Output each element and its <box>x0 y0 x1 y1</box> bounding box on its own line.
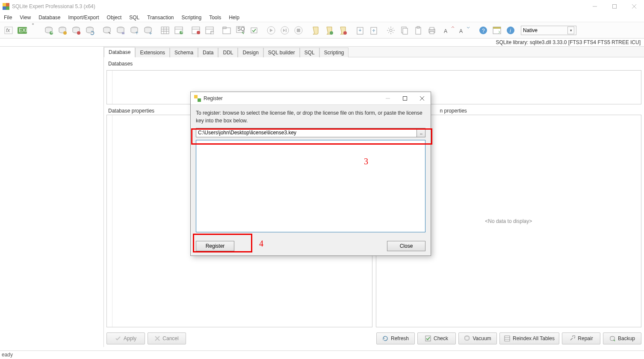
db-close-icon[interactable] <box>70 24 82 36</box>
refresh-button[interactable]: Refresh <box>376 332 415 344</box>
svg-point-36 <box>197 31 200 34</box>
menu-scripting[interactable]: Scripting <box>178 14 206 21</box>
step-icon[interactable] <box>279 24 291 36</box>
svg-rect-44 <box>251 28 257 33</box>
exit-icon[interactable]: EXIT <box>16 24 28 36</box>
statusbar: eady <box>0 350 644 359</box>
db-refresh-icon[interactable] <box>84 24 96 36</box>
register-dialog: Register To register: browse to select t… <box>190 92 431 256</box>
menu-view[interactable]: View <box>16 14 35 21</box>
svg-point-50 <box>330 31 333 35</box>
menu-transaction[interactable]: Transaction <box>143 14 177 21</box>
tab-extensions[interactable]: Extensions <box>135 47 170 57</box>
library-status: SQLite library: sqlite3.dll 3.33.0 [FTS3… <box>0 39 644 47</box>
svg-point-16 <box>63 31 67 35</box>
tab-database[interactable]: Database <box>104 47 135 57</box>
tab-scripting[interactable]: Scripting <box>319 47 349 57</box>
settings-icon[interactable] <box>385 24 397 36</box>
menu-import-export[interactable]: Import/Export <box>65 14 103 21</box>
menu-tools[interactable]: Tools <box>205 14 225 21</box>
tab-ddl[interactable]: DDL <box>218 47 238 57</box>
table-clear-icon[interactable] <box>204 24 216 36</box>
export-icon[interactable] <box>368 24 380 36</box>
license-path-input[interactable] <box>196 128 417 137</box>
toolbar-overflow-icon[interactable]: » <box>30 24 36 36</box>
svg-rect-80 <box>425 336 431 341</box>
sidebar <box>0 47 104 347</box>
info-icon[interactable]: i <box>505 24 517 36</box>
no-data-text: <No data to display> <box>485 218 532 224</box>
close-button[interactable] <box>624 0 644 13</box>
import-icon[interactable] <box>354 24 366 36</box>
menu-help[interactable]: Help <box>225 14 243 21</box>
script-icon[interactable] <box>310 24 322 36</box>
help-icon[interactable]: ? <box>477 24 489 36</box>
db-move-down-icon[interactable] <box>142 24 154 36</box>
svg-rect-0 <box>3 3 6 6</box>
script-new-icon[interactable] <box>323 24 335 36</box>
reindex-button[interactable]: Reindex All Tables <box>499 332 559 344</box>
backup-button[interactable]: Backup <box>603 332 641 344</box>
svg-point-18 <box>77 31 80 35</box>
svg-text:EXIT: EXIT <box>19 27 27 33</box>
print-icon[interactable] <box>426 24 438 36</box>
stop-icon[interactable] <box>292 24 304 36</box>
svg-rect-75 <box>493 27 501 29</box>
table-icon[interactable] <box>159 24 171 36</box>
tab-design[interactable]: Design <box>238 47 263 57</box>
svg-text:A: A <box>459 28 463 34</box>
script-run-icon[interactable] <box>337 24 349 36</box>
play-icon[interactable] <box>265 24 277 36</box>
dialog-maximize-button[interactable] <box>396 92 414 104</box>
tab-sql-builder[interactable]: SQL builder <box>263 47 300 57</box>
svg-text:?: ? <box>482 28 485 34</box>
app-title: SQLite Expert Professional 5.3 (x64) <box>12 3 585 9</box>
copy-icon[interactable] <box>399 24 411 36</box>
browse-button[interactable]: ... <box>417 128 425 137</box>
table-new-icon[interactable]: + <box>173 24 185 36</box>
svg-rect-66 <box>417 27 419 28</box>
paste-icon[interactable] <box>412 24 424 36</box>
close-button[interactable]: Close <box>387 241 425 251</box>
vacuum-button[interactable]: Vacuum <box>458 332 497 344</box>
db-open-icon[interactable] <box>56 24 68 36</box>
dialog-minimize-button[interactable] <box>379 92 396 104</box>
sql-tab-icon[interactable] <box>221 24 233 36</box>
dialog-close-button[interactable] <box>414 92 431 104</box>
db-new-icon[interactable]: + <box>43 24 55 36</box>
execute-sql-icon[interactable]: SQL <box>234 24 246 36</box>
dialog-icon <box>194 95 201 102</box>
check-button[interactable]: Check <box>417 332 456 344</box>
table-delete-icon[interactable] <box>190 24 202 36</box>
font-decrease-icon[interactable]: A <box>458 24 472 36</box>
engine-combo[interactable]: Native ▾ <box>521 26 576 35</box>
layout-icon[interactable] <box>491 24 503 36</box>
minimize-button[interactable] <box>585 0 605 13</box>
repair-button[interactable]: Repair <box>562 332 600 344</box>
svg-text:fx: fx <box>6 27 10 33</box>
menu-database[interactable]: Database <box>35 14 64 21</box>
fx-icon[interactable]: fx <box>3 24 15 36</box>
register-button[interactable]: Register <box>196 241 234 251</box>
svg-text:+: + <box>180 29 183 34</box>
apply-button[interactable]: Apply <box>106 332 145 344</box>
svg-rect-87 <box>198 98 201 102</box>
svg-text:i: i <box>510 28 511 34</box>
tab-data[interactable]: Data <box>198 47 218 57</box>
sql-check-icon[interactable] <box>248 24 260 36</box>
svg-rect-64 <box>403 28 408 34</box>
tab-schema[interactable]: Schema <box>170 47 198 57</box>
license-key-textarea[interactable] <box>196 140 425 232</box>
toolbar: fx EXIT » + + SQL A A ? i Native ▾ <box>0 22 644 39</box>
font-increase-icon[interactable]: A <box>443 24 457 36</box>
svg-rect-82 <box>505 336 510 341</box>
tab-sql[interactable]: SQL <box>300 47 319 57</box>
db-move-up-icon[interactable] <box>128 24 140 36</box>
db-detach-icon[interactable] <box>115 24 127 36</box>
db-attach-icon[interactable] <box>101 24 113 36</box>
maximize-button[interactable] <box>605 0 624 13</box>
cancel-button[interactable]: Cancel <box>148 332 186 344</box>
menu-sql[interactable]: SQL <box>125 14 143 21</box>
menu-object[interactable]: Object <box>103 14 126 21</box>
menu-file[interactable]: File <box>0 14 16 21</box>
